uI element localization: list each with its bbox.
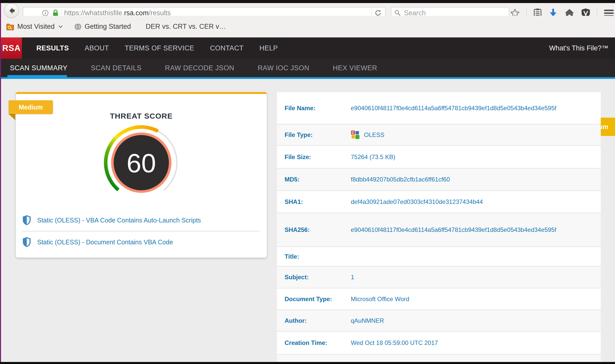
table-row-file-name: File Name:e9040610f48117f0e4cd6114a5a6ff…	[277, 92, 601, 124]
tab-scan-details[interactable]: SCAN DETAILS	[91, 64, 142, 72]
site-tagline: What's This File?™	[549, 37, 608, 59]
threat-score-title: THREAT SCORE	[16, 112, 267, 120]
row-value: Microsoft Office Word	[351, 293, 562, 305]
table-row-author: Author:qAuNMNER	[277, 310, 601, 332]
nav-item-about[interactable]: ABOUT	[85, 44, 109, 52]
browser-toolbar: https://whatsthisfile.rsa.com/results	[1, 3, 615, 16]
bookmark-label: DER vs. CRT vs. CER v…	[146, 23, 226, 31]
table-row-creation-time: Creation Time:Wed Oct 18 05:59:00 UTC 20…	[277, 332, 601, 355]
table-row-title: Title:	[277, 247, 601, 267]
row-value: e9040610f48117f0e4cd6114a5a6ff54781cb943…	[351, 102, 562, 114]
table-row-md5: MD5:f8dbb449207b05db2cfb1ac6ff61cf60	[277, 169, 601, 191]
nav-item-results[interactable]: RESULTS	[36, 44, 69, 52]
url-domain: rsa.com	[124, 9, 149, 17]
row-value: qAuNMNER	[351, 315, 562, 327]
globe-icon	[74, 23, 82, 31]
row-label: File Name:	[277, 105, 351, 112]
nav-item-terms-of-service[interactable]: TERMS OF SERVICE	[125, 44, 194, 52]
row-label: Document Type:	[277, 296, 351, 303]
nav-item-contact[interactable]: CONTACT	[210, 44, 244, 52]
oless-file-icon	[351, 130, 360, 139]
tab-scan-summary[interactable]: SCAN SUMMARY	[10, 64, 67, 72]
folder-icon	[6, 23, 14, 30]
finding-divider	[22, 231, 260, 231]
tab-hex-viewer[interactable]: HEX VIEWER	[333, 64, 377, 72]
finding-text: Static (OLESS) - VBA Code Contains Auto-…	[37, 217, 201, 224]
search-icon	[394, 10, 401, 16]
bookmark-label: Most Visited	[17, 23, 55, 31]
row-label: Title:	[277, 253, 351, 260]
site-nav-bar: RSA RESULTSABOUTTERMS OF SERVICECONTACTH…	[1, 37, 615, 59]
table-row-file-type: File Type: OLESS	[277, 124, 601, 146]
tab-raw-ioc-json[interactable]: RAW IOC JSON	[258, 64, 309, 72]
table-row-sha256: SHA256:e9040610f48117f0e4cd6114a5a6ff547…	[277, 213, 601, 247]
tagline-text: What's This File?™	[549, 44, 608, 52]
row-value: 75264 (73.5 KB)	[351, 151, 562, 163]
table-row-subject: Subject:1	[277, 267, 601, 288]
page-info-icon[interactable]	[42, 10, 49, 16]
row-label: MD5:	[277, 176, 351, 183]
table-row-document-type: Document Type:Microsoft Office Word	[277, 288, 601, 310]
shield-icon	[22, 215, 31, 226]
finding-item[interactable]: Static (OLESS) - Document Contains VBA C…	[16, 233, 267, 251]
bookmark-label: Getting Started	[85, 23, 131, 31]
window-top-edge	[0, 0, 615, 3]
reload-icon[interactable]	[374, 9, 382, 17]
row-value: OLESS	[351, 129, 562, 141]
threat-score-card: THREAT SCORE 60 Static (OLESS)	[16, 92, 267, 258]
row-label: SHA1:	[277, 198, 351, 205]
row-value: 1	[351, 271, 562, 283]
tab-list: SCAN SUMMARYSCAN DETAILSRAW DECODE JSONR…	[10, 59, 377, 77]
file-details-table: File Name:e9040610f48117f0e4cd6114a5a6ff…	[277, 92, 601, 362]
window-left-border	[0, 3, 1, 362]
rsa-logo-text: RSA	[2, 43, 21, 53]
severity-ribbon-label: Medium	[19, 104, 43, 111]
ribbon-fold	[9, 114, 15, 120]
row-label: File Size:	[277, 153, 351, 161]
tab-raw-decode-json[interactable]: RAW DECODE JSON	[165, 64, 234, 72]
back-button[interactable]	[4, 3, 19, 18]
active-tab-underline	[7, 75, 67, 79]
bookmark-der-crt-cer[interactable]: DER vs. CRT vs. CER v…	[146, 23, 226, 31]
nav-item-help[interactable]: HELP	[259, 44, 278, 52]
table-row-partial	[277, 355, 601, 362]
findings-list: Static (OLESS) - VBA Code Contains Auto-…	[16, 211, 267, 251]
finding-item[interactable]: Static (OLESS) - VBA Code Contains Auto-…	[16, 211, 267, 229]
bookmarks-bar: Most Visited Getting Started DER vs. CRT…	[1, 16, 615, 37]
row-label: SHA256:	[277, 226, 351, 233]
tabbar-accent-line	[0, 77, 615, 79]
row-value: def4a30921ade07ed0303cf4310de31237434b44	[351, 196, 562, 208]
threat-score-value: 60	[127, 148, 156, 178]
table-row-file-size: File Size:75264 (73.5 KB)	[277, 146, 601, 169]
scan-tab-bar: SCAN SUMMARYSCAN DETAILSRAW DECODE JSONR…	[1, 59, 615, 77]
row-label: Subject:	[277, 274, 351, 281]
window-bottom-edge	[0, 362, 615, 364]
finding-text: Static (OLESS) - Document Contains VBA C…	[37, 239, 173, 246]
row-value: f8dbb449207b05db2cfb1ac6ff61cf60	[351, 174, 562, 185]
shield-icon	[22, 237, 31, 247]
row-label: Author:	[277, 317, 351, 324]
table-row-sha1: SHA1:def4a30921ade07ed0303cf4310de312374…	[277, 191, 601, 213]
url-path: /results	[149, 9, 171, 17]
row-label: Creation Time:	[277, 339, 351, 346]
bookmark-most-visited[interactable]: Most Visited	[6, 23, 63, 31]
chevron-down-icon	[58, 25, 63, 28]
severity-ribbon: Medium	[9, 100, 53, 114]
site-nav-items: RESULTSABOUTTERMS OF SERVICECONTACTHELP	[36, 37, 278, 59]
rsa-logo[interactable]: RSA	[1, 37, 22, 59]
bookmark-getting-started[interactable]: Getting Started	[74, 23, 131, 31]
url-prefix: https://whatsthisfile.	[64, 9, 124, 17]
row-value: e9040610f48117f0e4cd6114a5a6ff54781cb943…	[351, 224, 562, 236]
row-value: Wed Oct 18 05:59:00 UTC 2017	[351, 337, 562, 349]
threat-gauge: 60	[103, 124, 179, 201]
row-label: File Type:	[277, 131, 351, 138]
